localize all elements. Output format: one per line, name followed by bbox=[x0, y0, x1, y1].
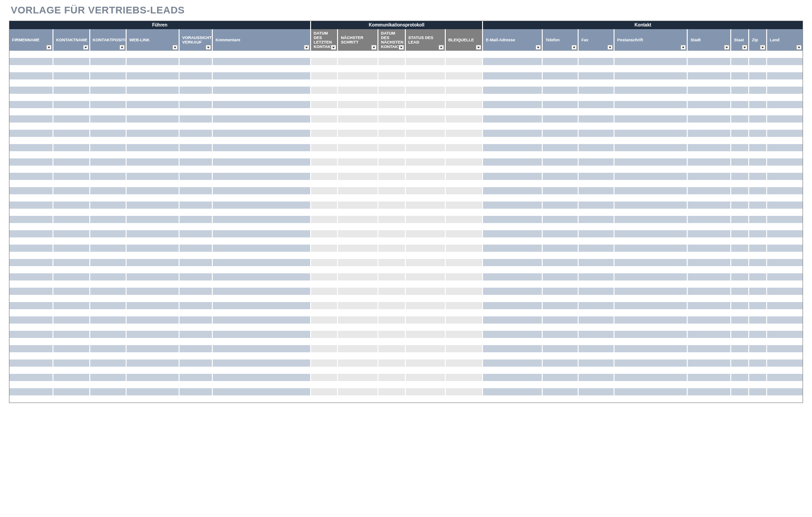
cell[interactable] bbox=[311, 309, 338, 316]
cell[interactable] bbox=[767, 388, 803, 395]
cell[interactable] bbox=[378, 288, 405, 295]
cell[interactable] bbox=[687, 108, 731, 115]
cell[interactable] bbox=[483, 194, 542, 202]
cell[interactable] bbox=[542, 194, 578, 202]
cell[interactable] bbox=[578, 338, 614, 345]
cell[interactable] bbox=[578, 331, 614, 338]
cell[interactable] bbox=[212, 51, 311, 58]
cell[interactable] bbox=[179, 151, 212, 158]
cell[interactable] bbox=[767, 352, 803, 359]
cell[interactable] bbox=[378, 338, 405, 345]
cell[interactable] bbox=[90, 316, 127, 324]
cell[interactable] bbox=[9, 280, 53, 288]
cell[interactable] bbox=[731, 252, 749, 259]
cell[interactable] bbox=[767, 187, 803, 194]
cell[interactable] bbox=[731, 65, 749, 72]
cell[interactable] bbox=[338, 280, 377, 288]
cell[interactable] bbox=[731, 280, 749, 288]
cell[interactable] bbox=[311, 58, 338, 65]
cell[interactable] bbox=[9, 316, 53, 324]
cell[interactable] bbox=[749, 51, 767, 58]
table-row[interactable] bbox=[9, 51, 803, 58]
cell[interactable] bbox=[767, 230, 803, 237]
cell[interactable] bbox=[687, 331, 731, 338]
cell[interactable] bbox=[338, 273, 377, 280]
cell[interactable] bbox=[731, 173, 749, 180]
cell[interactable] bbox=[378, 374, 405, 381]
cell[interactable] bbox=[405, 345, 445, 352]
cell[interactable] bbox=[338, 338, 377, 345]
cell[interactable] bbox=[542, 367, 578, 374]
cell[interactable] bbox=[179, 259, 212, 266]
cell[interactable] bbox=[179, 108, 212, 115]
cell[interactable] bbox=[311, 273, 338, 280]
cell[interactable] bbox=[542, 374, 578, 381]
cell[interactable] bbox=[614, 65, 687, 72]
table-row[interactable] bbox=[9, 381, 803, 388]
cell[interactable] bbox=[445, 87, 483, 94]
cell[interactable] bbox=[126, 388, 179, 395]
cell[interactable] bbox=[378, 151, 405, 158]
cell[interactable] bbox=[90, 388, 127, 395]
cell[interactable] bbox=[126, 101, 179, 108]
filter-dropdown-icon[interactable] bbox=[46, 45, 52, 50]
cell[interactable] bbox=[90, 180, 127, 187]
cell[interactable] bbox=[9, 266, 53, 273]
cell[interactable] bbox=[614, 166, 687, 173]
cell[interactable] bbox=[749, 72, 767, 79]
cell[interactable] bbox=[542, 324, 578, 331]
table-row[interactable] bbox=[9, 58, 803, 65]
cell[interactable] bbox=[578, 230, 614, 237]
cell[interactable] bbox=[179, 230, 212, 237]
cell[interactable] bbox=[445, 108, 483, 115]
cell[interactable] bbox=[179, 273, 212, 280]
cell[interactable] bbox=[9, 87, 53, 94]
cell[interactable] bbox=[53, 395, 90, 403]
cell[interactable] bbox=[731, 316, 749, 324]
cell[interactable] bbox=[311, 259, 338, 266]
cell[interactable] bbox=[578, 108, 614, 115]
cell[interactable] bbox=[749, 180, 767, 187]
cell[interactable] bbox=[179, 94, 212, 101]
cell[interactable] bbox=[731, 130, 749, 137]
col-firmenname[interactable]: FIRMENNAME bbox=[9, 29, 53, 51]
cell[interactable] bbox=[179, 187, 212, 194]
cell[interactable] bbox=[90, 381, 127, 388]
cell[interactable] bbox=[767, 173, 803, 180]
cell[interactable] bbox=[767, 280, 803, 288]
cell[interactable] bbox=[578, 273, 614, 280]
cell[interactable] bbox=[311, 295, 338, 302]
cell[interactable] bbox=[483, 151, 542, 158]
cell[interactable] bbox=[483, 79, 542, 87]
cell[interactable] bbox=[212, 237, 311, 245]
cell[interactable] bbox=[405, 58, 445, 65]
cell[interactable] bbox=[53, 187, 90, 194]
table-row[interactable] bbox=[9, 144, 803, 151]
cell[interactable] bbox=[9, 230, 53, 237]
cell[interactable] bbox=[338, 381, 377, 388]
cell[interactable] bbox=[338, 302, 377, 309]
cell[interactable] bbox=[578, 245, 614, 252]
cell[interactable] bbox=[687, 101, 731, 108]
cell[interactable] bbox=[311, 302, 338, 309]
filter-dropdown-icon[interactable] bbox=[304, 45, 309, 50]
cell[interactable] bbox=[483, 123, 542, 130]
cell[interactable] bbox=[90, 130, 127, 137]
cell[interactable] bbox=[767, 202, 803, 209]
cell[interactable] bbox=[731, 115, 749, 123]
cell[interactable] bbox=[405, 273, 445, 280]
cell[interactable] bbox=[687, 130, 731, 137]
cell[interactable] bbox=[483, 381, 542, 388]
cell[interactable] bbox=[90, 158, 127, 166]
cell[interactable] bbox=[378, 187, 405, 194]
cell[interactable] bbox=[687, 115, 731, 123]
filter-dropdown-icon[interactable] bbox=[172, 45, 178, 50]
cell[interactable] bbox=[126, 309, 179, 316]
cell[interactable] bbox=[126, 331, 179, 338]
cell[interactable] bbox=[578, 158, 614, 166]
cell[interactable] bbox=[212, 144, 311, 151]
table-row[interactable] bbox=[9, 280, 803, 288]
cell[interactable] bbox=[53, 180, 90, 187]
cell[interactable] bbox=[578, 395, 614, 403]
cell[interactable] bbox=[338, 202, 377, 209]
